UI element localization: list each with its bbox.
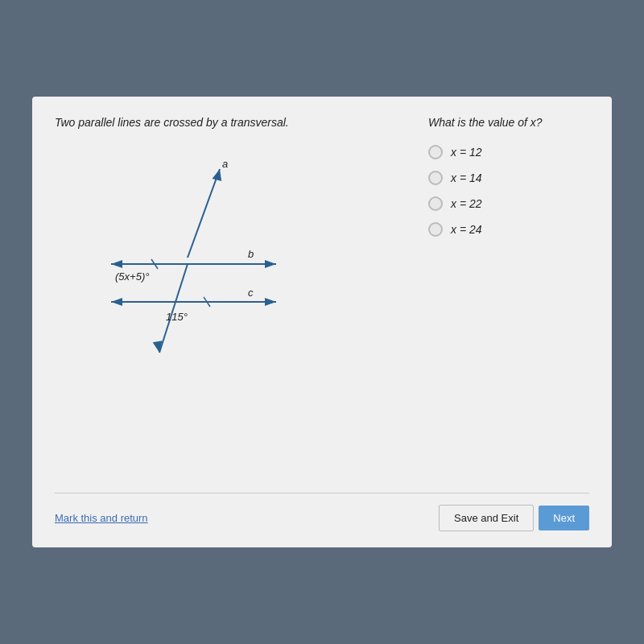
option-3-label: x = 22 (451, 197, 482, 210)
svg-marker-6 (265, 260, 276, 268)
radio-3[interactable] (428, 196, 443, 211)
svg-marker-9 (111, 298, 122, 306)
option-1-label: x = 12 (451, 146, 482, 159)
line-c-label: c (248, 287, 254, 299)
svg-line-0 (188, 169, 220, 258)
option-4-label: x = 24 (451, 223, 482, 236)
save-exit-button[interactable]: Save and Exit (439, 505, 534, 531)
option-2[interactable]: x = 14 (428, 171, 589, 185)
radio-1[interactable] (428, 145, 443, 159)
footer-buttons: Save and Exit Next (439, 505, 589, 531)
radio-4[interactable] (428, 222, 443, 237)
problem-text: Two parallel lines are crossed by a tran… (55, 116, 412, 129)
mark-return-link[interactable]: Mark this and return (55, 512, 148, 524)
question-card: Two parallel lines are crossed by a tran… (32, 97, 612, 547)
diagram-area: a b (55, 145, 412, 473)
option-1[interactable]: x = 12 (428, 145, 589, 159)
diagram-svg: a b (63, 145, 336, 370)
option-3[interactable]: x = 22 (428, 196, 589, 211)
card-footer: Mark this and return Save and Exit Next (55, 493, 589, 531)
option-4[interactable]: x = 24 (428, 222, 589, 237)
option-2-label: x = 14 (451, 171, 482, 184)
line-a-label: a (222, 158, 228, 170)
question-text: What is the value of x? (428, 116, 589, 129)
svg-marker-5 (111, 260, 122, 268)
angle1-label: (5x+5)° (115, 270, 149, 283)
next-button[interactable]: Next (539, 506, 589, 530)
line-b-label: b (248, 248, 254, 260)
card-body: Two parallel lines are crossed by a tran… (55, 116, 589, 473)
right-panel: What is the value of x? x = 12 x = 14 x … (412, 116, 589, 473)
svg-line-2 (159, 264, 188, 353)
radio-2[interactable] (428, 171, 443, 185)
left-panel: Two parallel lines are crossed by a tran… (55, 116, 412, 473)
angle2-label: 115° (166, 311, 188, 323)
svg-marker-10 (265, 298, 276, 306)
